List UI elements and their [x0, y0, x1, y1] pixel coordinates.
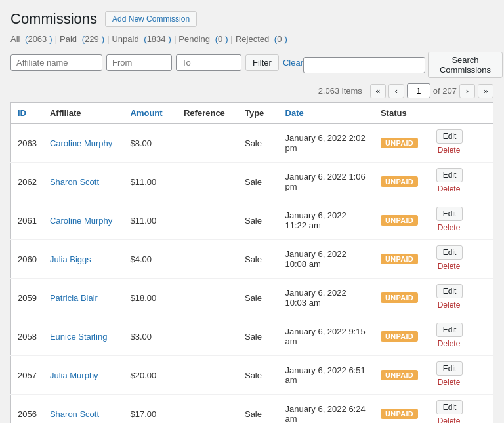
filter-bar: Filter Clear: [10, 54, 303, 71]
cell-id: 2056: [11, 395, 43, 424]
cell-reference: [177, 124, 238, 163]
cell-actions: Edit Delete: [430, 395, 494, 424]
cell-date: January 6, 2022 1:06 pm: [279, 163, 374, 201]
last-page-button-top[interactable]: »: [478, 84, 494, 98]
table-row: 2063 Caroline Murphy $8.00 Sale January …: [11, 124, 494, 163]
filter-links-bar: All (2063) | Paid (229) | Unpaid (1834) …: [10, 34, 494, 44]
cell-reference: [177, 356, 238, 395]
cell-affiliate: Sharon Scott: [43, 163, 124, 201]
search-input[interactable]: [303, 57, 425, 73]
filter-paid-link[interactable]: Paid (229): [60, 34, 104, 44]
cell-amount: $4.00: [124, 240, 177, 279]
status-badge: UNPAID: [381, 138, 418, 148]
edit-button[interactable]: Edit: [436, 245, 463, 260]
affiliate-link[interactable]: Sharon Scott: [50, 409, 99, 419]
cell-actions: Edit Delete: [430, 201, 494, 240]
table-header-row: ID Affiliate Amount Reference Type Date …: [11, 103, 494, 124]
cell-id: 2057: [11, 356, 43, 395]
status-badge: UNPAID: [381, 215, 418, 226]
delete-button[interactable]: Delete: [436, 221, 462, 234]
cell-type: Sale: [238, 395, 279, 424]
cell-reference: [177, 279, 238, 317]
filter-all-link[interactable]: All (2063): [10, 34, 52, 44]
cell-reference: [177, 395, 238, 424]
filter-unpaid-link[interactable]: Unpaid (1834): [112, 34, 171, 44]
col-header-date[interactable]: Date: [279, 103, 374, 124]
cell-affiliate: Caroline Murphy: [43, 201, 124, 240]
cell-affiliate: Caroline Murphy: [43, 124, 124, 163]
status-badge: UNPAID: [381, 176, 418, 187]
add-new-commission-button[interactable]: Add New Commission: [105, 11, 197, 27]
cell-date: January 6, 2022 2:02 pm: [279, 124, 374, 163]
cell-id: 2060: [11, 240, 43, 279]
cell-affiliate: Eunice Starling: [43, 317, 124, 356]
cell-status: UNPAID: [374, 163, 430, 201]
edit-button[interactable]: Edit: [436, 207, 463, 221]
edit-button[interactable]: Edit: [436, 129, 463, 144]
cell-date: January 6, 2022 6:24 am: [279, 395, 374, 424]
search-button[interactable]: Search Commissions: [428, 52, 503, 78]
page-header: Commissions Add New Commission: [10, 10, 494, 28]
date-from-input[interactable]: [106, 54, 172, 71]
status-badge: UNPAID: [381, 370, 418, 380]
cell-amount: $11.00: [124, 163, 177, 201]
cell-affiliate: Sharon Scott: [43, 395, 124, 424]
next-page-button-top[interactable]: ›: [459, 84, 475, 98]
delete-button[interactable]: Delete: [436, 337, 462, 350]
affiliate-link[interactable]: Julia Murphy: [50, 371, 98, 380]
filter-button[interactable]: Filter: [245, 54, 279, 71]
col-header-id[interactable]: ID: [11, 103, 43, 124]
cell-reference: [177, 317, 238, 356]
cell-amount: $20.00: [124, 356, 177, 395]
cell-id: 2063: [11, 124, 43, 163]
table-row: 2062 Sharon Scott $11.00 Sale January 6,…: [11, 163, 494, 201]
table-row: 2057 Julia Murphy $20.00 Sale January 6,…: [11, 356, 494, 395]
cell-status: UNPAID: [374, 356, 430, 395]
affiliate-link[interactable]: Caroline Murphy: [50, 216, 112, 226]
filter-rejected-link[interactable]: Rejected (0): [236, 34, 287, 44]
delete-button[interactable]: Delete: [436, 144, 462, 157]
table-row: 2060 Julia Biggs $4.00 Sale January 6, 2…: [11, 240, 494, 279]
prev-page-button-top[interactable]: ‹: [388, 84, 404, 98]
cell-actions: Edit Delete: [430, 124, 494, 163]
cell-type: Sale: [238, 240, 279, 279]
cell-status: UNPAID: [374, 124, 430, 163]
first-page-button-top[interactable]: «: [370, 84, 386, 98]
col-header-reference: Reference: [177, 103, 238, 124]
date-to-input[interactable]: [176, 54, 242, 71]
edit-button[interactable]: Edit: [436, 284, 463, 298]
affiliate-link[interactable]: Julia Biggs: [50, 254, 91, 264]
affiliate-link[interactable]: Patricia Blair: [50, 293, 98, 303]
delete-button[interactable]: Delete: [436, 260, 462, 273]
affiliate-name-input[interactable]: [10, 54, 102, 71]
edit-button[interactable]: Edit: [436, 400, 463, 414]
delete-button[interactable]: Delete: [436, 298, 462, 312]
cell-actions: Edit Delete: [430, 317, 494, 356]
cell-status: UNPAID: [374, 395, 430, 424]
affiliate-link[interactable]: Sharon Scott: [50, 177, 99, 187]
affiliate-link[interactable]: Caroline Murphy: [50, 138, 112, 148]
page-title: Commissions: [10, 10, 97, 28]
top-bar: Filter Clear Search Commissions: [10, 52, 494, 78]
affiliate-link[interactable]: Eunice Starling: [50, 332, 107, 342]
edit-button[interactable]: Edit: [436, 361, 463, 376]
col-header-amount[interactable]: Amount: [124, 103, 177, 124]
cell-id: 2059: [11, 279, 43, 317]
delete-button[interactable]: Delete: [436, 376, 462, 389]
cell-id: 2062: [11, 163, 43, 201]
table-row: 2056 Sharon Scott $17.00 Sale January 6,…: [11, 395, 494, 424]
status-badge: UNPAID: [381, 409, 418, 419]
col-header-actions: [430, 103, 494, 124]
clear-filter-link[interactable]: Clear: [283, 58, 303, 68]
top-pagination-bar: 2,063 items « ‹ of 207 › »: [10, 83, 494, 98]
cell-actions: Edit Delete: [430, 163, 494, 201]
edit-button[interactable]: Edit: [436, 323, 463, 337]
cell-amount: $11.00: [124, 201, 177, 240]
current-page-input-top[interactable]: [407, 83, 430, 98]
edit-button[interactable]: Edit: [436, 168, 463, 182]
delete-button[interactable]: Delete: [436, 414, 462, 423]
status-badge: UNPAID: [381, 292, 418, 303]
filter-pending-link[interactable]: Pending (0): [178, 34, 228, 44]
delete-button[interactable]: Delete: [436, 182, 462, 195]
cell-status: UNPAID: [374, 317, 430, 356]
